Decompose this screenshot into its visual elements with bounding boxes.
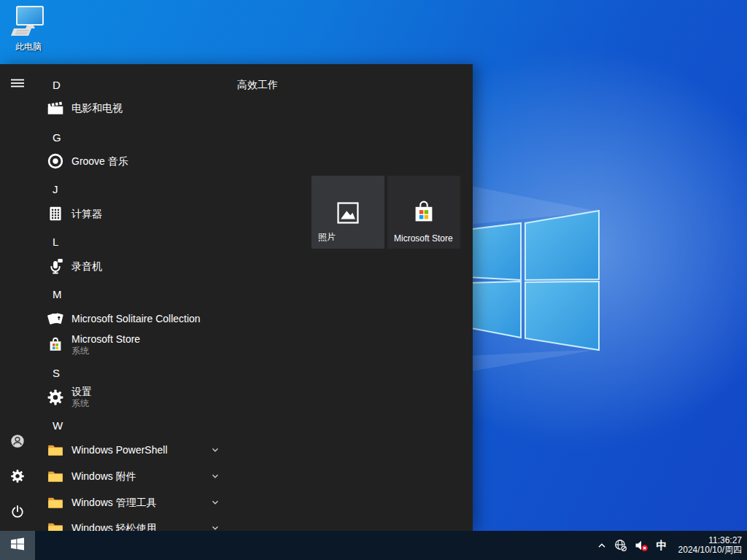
desktop-icon-label: 此电脑 <box>7 41 50 53</box>
folder-icon <box>46 493 65 512</box>
start-app-item[interactable]: Microsoft Solitaire Collection <box>44 306 235 332</box>
start-menu-rail <box>0 64 35 531</box>
tray-chevron-up-icon[interactable] <box>596 540 608 551</box>
tile-label: Microsoft Store <box>394 233 453 244</box>
app-texts: Microsoft Solitaire Collection <box>71 313 201 324</box>
taskbar: 中 11:36:27 2024/10/10/周四 <box>0 531 747 560</box>
start-menu: D电影和电视GGroove 音乐J计算器L录音机MMicrosoft Solit… <box>0 64 473 531</box>
chevron-down-icon[interactable] <box>210 445 220 455</box>
app-label: 计算器 <box>71 208 102 219</box>
tray-volume-muted-icon[interactable] <box>634 539 649 552</box>
rail-expand-menu-button[interactable] <box>0 67 35 102</box>
start-app-item[interactable]: 设置系统 <box>44 381 235 413</box>
desktop-icon-this-pc[interactable]: 此电脑 <box>7 6 50 53</box>
voice-recorder-icon <box>46 257 65 276</box>
app-label: Windows PowerShell <box>71 444 168 456</box>
folder-icon <box>46 467 65 486</box>
tile-microsoft-store[interactable]: Microsoft Store <box>387 176 460 249</box>
app-label: Microsoft Solitaire Collection <box>71 313 201 324</box>
app-texts: Windows 附件 <box>71 470 136 482</box>
app-texts: 录音机 <box>71 260 102 272</box>
movies-tv-icon <box>46 98 65 117</box>
gear-icon <box>9 468 26 487</box>
app-texts: 计算器 <box>71 208 102 219</box>
app-texts: Microsoft Store系统 <box>71 333 140 357</box>
start-app-item[interactable]: Groove 音乐 <box>44 148 235 174</box>
tray-network-globe-icon[interactable] <box>614 539 627 552</box>
app-texts: Groove 音乐 <box>71 155 128 167</box>
start-app-item[interactable]: 电影和电视 <box>44 95 235 121</box>
hamburger-icon <box>10 76 25 93</box>
clock-date: 2024/10/10/周四 <box>678 545 742 555</box>
section-letter-G[interactable]: G <box>44 124 198 150</box>
app-label: Windows 管理工具 <box>71 497 157 508</box>
app-label: Groove 音乐 <box>71 155 128 167</box>
app-sublabel: 系统 <box>71 399 92 409</box>
system-tray: 中 11:36:27 2024/10/10/周四 <box>596 536 747 555</box>
start-app-item[interactable]: 录音机 <box>44 253 235 279</box>
windows-logo-icon <box>10 537 25 554</box>
section-letter-M[interactable]: M <box>44 281 198 307</box>
tile-label: 照片 <box>318 231 336 244</box>
settings-icon <box>46 388 65 407</box>
app-texts: Windows PowerShell <box>71 444 168 456</box>
section-letter-L[interactable]: L <box>44 228 198 254</box>
start-app-item[interactable]: Microsoft Store系统 <box>44 329 235 361</box>
app-texts: Windows 管理工具 <box>71 497 157 508</box>
store-tile-icon <box>409 198 439 228</box>
start-app-item[interactable]: Windows PowerShell <box>44 437 235 463</box>
rail-power-button[interactable] <box>0 496 35 531</box>
tile-group-title: 高效工作 <box>237 79 278 92</box>
start-button[interactable] <box>0 531 35 560</box>
photos-icon <box>336 201 360 225</box>
start-app-item[interactable]: Windows 附件 <box>44 463 235 489</box>
app-label: 电影和电视 <box>71 102 123 114</box>
section-letter-J[interactable]: J <box>44 176 198 202</box>
app-label: Windows 附件 <box>71 470 136 482</box>
user-icon <box>9 433 26 452</box>
tile-photos[interactable]: 照片 <box>311 176 384 249</box>
store-icon <box>46 335 65 354</box>
start-app-item[interactable]: 计算器 <box>44 201 235 227</box>
calculator-icon <box>46 204 65 223</box>
rail-user-button[interactable] <box>0 425 35 460</box>
app-sublabel: 系统 <box>71 346 140 357</box>
this-pc-icon <box>11 30 46 40</box>
section-letter-W[interactable]: W <box>44 412 198 438</box>
tray-ime-indicator[interactable]: 中 <box>655 539 669 553</box>
app-label: 设置 <box>71 386 92 397</box>
chevron-down-icon[interactable] <box>210 497 220 508</box>
app-texts: 电影和电视 <box>71 102 123 114</box>
start-app-item[interactable]: Windows 管理工具 <box>44 489 235 516</box>
power-icon <box>9 504 26 523</box>
solitaire-icon <box>46 309 65 328</box>
taskbar-clock[interactable]: 11:36:27 2024/10/10/周四 <box>678 536 742 555</box>
app-label: 录音机 <box>71 260 102 272</box>
desktop: 此电脑 D电影和电视GGroove 音乐J计算器L录音机MMicrosoft S… <box>0 0 747 560</box>
groove-music-icon <box>46 152 65 171</box>
folder-icon <box>46 440 65 459</box>
rail-settings-button[interactable] <box>0 460 35 495</box>
app-texts: 设置系统 <box>71 386 92 409</box>
chevron-down-icon[interactable] <box>210 471 220 481</box>
section-letter-D[interactable]: D <box>44 71 198 98</box>
app-label: Microsoft Store <box>71 333 140 345</box>
